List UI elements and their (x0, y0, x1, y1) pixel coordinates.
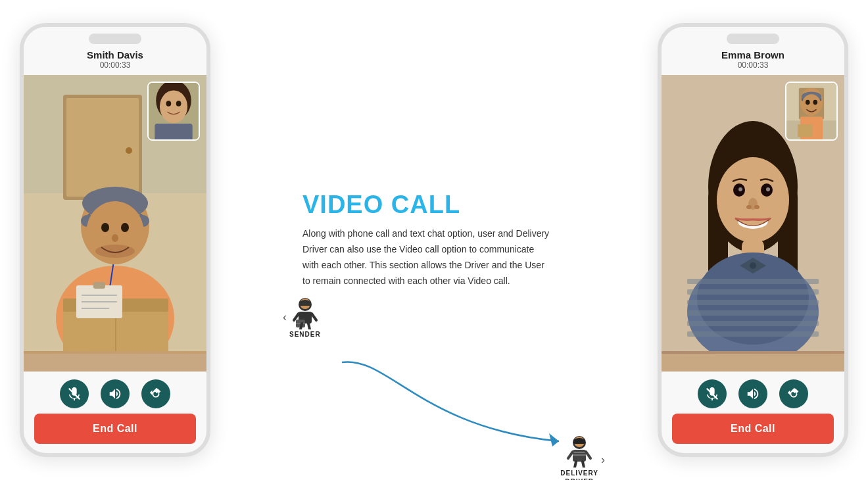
left-call-timer: 00:00:33 (24, 60, 206, 70)
svg-rect-3 (66, 98, 139, 197)
left-speaker-button[interactable] (101, 379, 130, 408)
svg-point-83 (806, 100, 810, 105)
right-speaker-button[interactable] (738, 379, 767, 408)
svg-line-41 (308, 324, 310, 329)
right-phone-notch (727, 34, 779, 44)
left-caller-name: Smith Davis (24, 49, 206, 60)
curved-arrow (322, 349, 572, 468)
svg-point-28 (166, 101, 172, 107)
svg-rect-45 (573, 441, 585, 444)
left-mute-button[interactable] (60, 379, 89, 408)
right-end-call-button[interactable]: End Call (672, 414, 834, 444)
svg-point-64 (746, 205, 752, 209)
left-pip-video (147, 82, 200, 141)
svg-point-27 (160, 90, 187, 123)
left-end-call-button[interactable]: End Call (34, 414, 196, 444)
right-phone-header: Emma Brown 00:00:33 (662, 47, 844, 75)
delivery-driver-block: DELIVERYDRIVER › (560, 435, 605, 481)
svg-point-75 (750, 262, 756, 269)
svg-point-29 (176, 101, 181, 107)
svg-point-61 (738, 187, 742, 191)
left-phone: Smith Davis 00:00:33 (20, 23, 210, 457)
driver-label: DELIVERYDRIVER (560, 469, 598, 481)
svg-rect-69 (687, 279, 819, 284)
chevron-left-icon[interactable]: ‹ (283, 310, 287, 324)
left-flip-button[interactable] (141, 379, 170, 408)
svg-line-40 (301, 324, 302, 329)
svg-point-65 (754, 205, 760, 209)
svg-line-36 (294, 314, 299, 320)
right-main-video (662, 75, 844, 354)
right-call-timer: 00:00:33 (662, 60, 844, 70)
sender-label: SENDER (289, 331, 321, 338)
svg-point-12 (101, 223, 109, 232)
chevron-right-icon[interactable]: › (601, 453, 605, 467)
sender-block: ‹ SENDER (283, 297, 321, 338)
left-controls-area (24, 372, 206, 414)
left-phone-header: Smith Davis 00:00:33 (24, 47, 206, 75)
svg-rect-20 (93, 282, 105, 289)
svg-point-15 (95, 245, 135, 258)
svg-point-84 (813, 100, 817, 105)
svg-line-51 (575, 462, 576, 468)
right-caller-name: Emma Brown (662, 49, 844, 60)
right-phone-notch-area (662, 27, 844, 47)
svg-rect-86 (798, 124, 813, 137)
sender-info: SENDER (289, 297, 321, 338)
svg-rect-71 (687, 300, 819, 305)
svg-point-4 (126, 147, 132, 154)
sender-icon (291, 297, 320, 329)
left-main-video (24, 75, 206, 354)
svg-point-62 (766, 187, 770, 191)
delivery-driver-icon (565, 435, 594, 468)
svg-rect-70 (687, 289, 819, 295)
description-text: Along with phone call and text chat opti… (302, 226, 552, 289)
svg-line-50 (586, 452, 591, 458)
svg-rect-30 (155, 124, 192, 139)
svg-line-52 (583, 462, 584, 468)
svg-rect-46 (573, 450, 586, 462)
right-video-area (662, 75, 844, 372)
right-phone: Emma Brown 00:00:33 (658, 23, 848, 457)
right-controls-area (662, 372, 844, 414)
right-flip-button[interactable] (779, 379, 808, 408)
svg-rect-74 (687, 331, 819, 337)
right-mute-button[interactable] (698, 379, 727, 408)
svg-line-37 (312, 314, 316, 320)
svg-point-14 (112, 234, 118, 242)
svg-rect-72 (687, 310, 819, 316)
left-video-area (24, 75, 206, 372)
svg-rect-73 (687, 321, 819, 326)
svg-point-13 (121, 223, 129, 232)
page-title: VIDEO CALL (302, 191, 460, 219)
arrow-container (322, 349, 572, 468)
right-pip-video (785, 82, 838, 141)
middle-section: VIDEO CALL Along with phone call and tex… (296, 191, 572, 289)
left-phone-notch (89, 34, 141, 44)
driver-info: DELIVERYDRIVER (560, 435, 598, 481)
svg-point-82 (802, 94, 821, 115)
left-phone-notch-area (24, 27, 206, 47)
svg-rect-34 (299, 302, 311, 306)
svg-line-49 (568, 452, 573, 458)
